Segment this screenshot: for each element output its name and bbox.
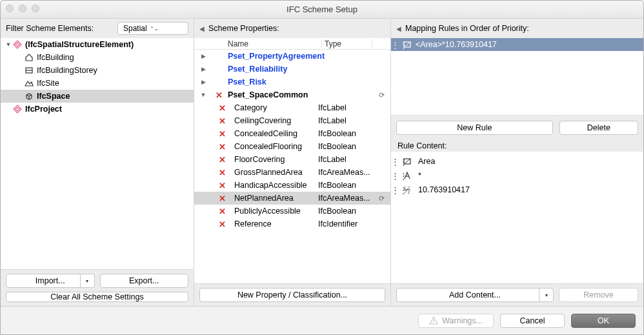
link-icon[interactable]: ⟳	[372, 194, 390, 203]
disclosure-triangle-icon[interactable]: ▶	[194, 79, 212, 85]
element-tree[interactable]: ▼ (IfcSpatialStructureElement) IfcBuildi…	[1, 38, 194, 269]
add-content-button-label: Add Content...	[449, 290, 501, 299]
disclosure-triangle-icon[interactable]: ▼	[194, 92, 212, 98]
chevron-down-icon[interactable]: ▾	[539, 289, 553, 301]
ok-button[interactable]: OK	[571, 314, 636, 328]
remove-property-icon[interactable]: ✕	[212, 116, 225, 126]
remove-property-icon[interactable]: ✕	[212, 129, 225, 139]
property-row[interactable]: ✕ HandicapAccessible IfcBoolean	[194, 179, 390, 192]
remove-pset-icon[interactable]: ✕	[212, 90, 225, 100]
svg-rect-5	[434, 320, 434, 322]
new-rule-button[interactable]: New Rule	[396, 121, 553, 135]
panel-collapse-left-icon[interactable]: ◀	[396, 25, 401, 32]
column-type[interactable]: Type	[322, 39, 372, 48]
drag-handle-icon[interactable]: ⋮⋮	[391, 157, 403, 167]
property-row[interactable]: ✕ CeilingCovering IfcLabel	[194, 114, 390, 127]
property-name: Category	[225, 103, 316, 112]
filter-select[interactable]: Spatial ⌃⌄	[117, 22, 188, 35]
drag-handle-icon[interactable]: ⋮⋮	[391, 171, 403, 181]
property-row[interactable]: ✕ GrossPlannedArea IfcAreaMeas...	[194, 166, 390, 179]
property-row[interactable]: ✕ ConcealedFlooring IfcBoolean	[194, 140, 390, 153]
rule-buttons: New Rule Delete	[391, 116, 643, 139]
tree-item-label: IfcSite	[34, 79, 59, 88]
property-type: IfcAreaMeas...	[316, 168, 372, 177]
ifc-element-icon	[12, 105, 23, 114]
chevron-down-icon[interactable]: ▾	[80, 274, 94, 287]
disclosure-triangle-icon[interactable]: ▶	[194, 53, 212, 59]
property-row[interactable]: ✕ PubliclyAccessible IfcBoolean	[194, 205, 390, 218]
properties-header-label: Scheme Properties:	[208, 24, 279, 33]
rule-content-row[interactable]: ⋮⋮ Area	[391, 154, 643, 168]
link-icon[interactable]: ⟳	[372, 91, 390, 99]
add-content-button[interactable]: Add Content... ▾	[396, 288, 554, 302]
panel-collapse-left-icon[interactable]: ◀	[199, 25, 205, 32]
tree-item-label: IfcProject	[23, 105, 62, 114]
dialog-footer: Warnings... Cancel OK	[1, 306, 643, 334]
minimize-window-icon[interactable]	[19, 5, 26, 12]
pset-label: Pset_PropertyAgreement	[225, 52, 372, 61]
property-table-header: Name Type	[194, 38, 390, 50]
cancel-button-label: Cancel	[520, 316, 545, 325]
rule-content-row[interactable]: ⋮⋮ *	[391, 168, 643, 183]
property-type: IfcBoolean	[316, 142, 372, 151]
left-buttons: Import... ▾ Export... Clear All Scheme S…	[1, 269, 194, 306]
scheme-elements-panel: Filter Scheme Elements: Spatial ⌃⌄ ▼ (If…	[1, 19, 194, 306]
site-icon	[24, 79, 34, 88]
remove-property-icon[interactable]: ✕	[212, 219, 225, 229]
window: IFC Scheme Setup Filter Scheme Elements:…	[0, 0, 644, 335]
property-row[interactable]: ✕ NetPlannedArea IfcAreaMeas... ⟳	[194, 192, 390, 205]
filter-select-value: Spatial	[123, 24, 147, 33]
new-property-button-label: New Property / Classification...	[237, 290, 347, 299]
property-name: PubliclyAccessible	[225, 207, 316, 216]
space-icon	[24, 92, 34, 101]
disclosure-triangle-icon[interactable]: ▼	[5, 41, 12, 48]
property-name: NetPlannedArea	[225, 194, 316, 203]
export-button[interactable]: Export...	[100, 274, 189, 288]
rule-display: <Area>*10.763910417	[414, 40, 643, 49]
tree-item-project[interactable]: IfcProject	[1, 103, 194, 116]
remove-property-icon[interactable]: ✕	[212, 168, 225, 178]
delete-rule-button[interactable]: Delete	[559, 121, 638, 135]
property-row[interactable]: ✕ ConcealedCeiling IfcBoolean	[194, 127, 390, 140]
cancel-button[interactable]: Cancel	[500, 314, 565, 328]
tree-item-label: IfcBuilding	[34, 53, 74, 62]
tree-item-site[interactable]: IfcSite	[1, 77, 194, 90]
clear-all-button[interactable]: Clear All Scheme Settings	[6, 292, 188, 302]
property-name: FloorCovering	[225, 155, 316, 164]
rule-content-list[interactable]: ⋮⋮ Area ⋮⋮ * ⋮⋮ 12	[391, 152, 643, 283]
pset-row[interactable]: ▶ Pset_PropertyAgreement	[194, 50, 390, 63]
new-property-button[interactable]: New Property / Classification...	[199, 288, 385, 302]
pset-row[interactable]: ▼ ✕ Pset_SpaceCommon ⟳	[194, 88, 390, 101]
zoom-window-icon[interactable]	[32, 5, 39, 12]
property-type: IfcLabel	[316, 116, 372, 125]
content-area: Filter Scheme Elements: Spatial ⌃⌄ ▼ (If…	[1, 19, 643, 306]
property-type: IfcBoolean	[316, 207, 372, 216]
tree-item-building[interactable]: IfcBuilding	[1, 51, 194, 64]
drag-handle-icon[interactable]: ⋮⋮	[391, 40, 403, 50]
rule-content-row[interactable]: ⋮⋮ 12 10.763910417	[391, 183, 643, 197]
remove-property-icon[interactable]: ✕	[212, 142, 225, 152]
pset-row[interactable]: ▶ Pset_Reliability	[194, 63, 390, 76]
remove-property-icon[interactable]: ✕	[212, 207, 225, 216]
tree-root[interactable]: ▼ (IfcSpatialStructureElement)	[1, 38, 194, 51]
property-type: IfcIdentifier	[316, 219, 372, 228]
remove-property-icon[interactable]: ✕	[212, 155, 225, 165]
tree-item-storey[interactable]: IfcBuildingStorey	[1, 64, 194, 77]
column-name[interactable]: Name	[225, 39, 322, 48]
rule-row[interactable]: ⋮⋮ <Area>*10.763910417	[391, 38, 643, 51]
disclosure-triangle-icon[interactable]: ▶	[194, 66, 212, 72]
property-row[interactable]: ✕ Category IfcLabel	[194, 101, 390, 114]
property-table-body[interactable]: ▶ Pset_PropertyAgreement ▶ Pset_Reliabil…	[194, 50, 390, 283]
remove-property-icon[interactable]: ✕	[212, 181, 225, 190]
rules-list[interactable]: ⋮⋮ <Area>*10.763910417	[391, 38, 643, 116]
import-button[interactable]: Import... ▾	[6, 274, 95, 288]
close-window-icon[interactable]	[6, 5, 14, 12]
property-row[interactable]: ✕ FloorCovering IfcLabel	[194, 153, 390, 166]
properties-header: ◀ Scheme Properties:	[194, 19, 390, 38]
property-row[interactable]: ✕ Reference IfcIdentifier	[194, 218, 390, 230]
remove-property-icon[interactable]: ✕	[212, 194, 225, 203]
tree-item-space[interactable]: IfcSpace	[1, 90, 194, 103]
remove-property-icon[interactable]: ✕	[212, 103, 225, 113]
pset-row[interactable]: ▶ Pset_Risk	[194, 76, 390, 88]
drag-handle-icon[interactable]: ⋮⋮	[391, 185, 403, 195]
